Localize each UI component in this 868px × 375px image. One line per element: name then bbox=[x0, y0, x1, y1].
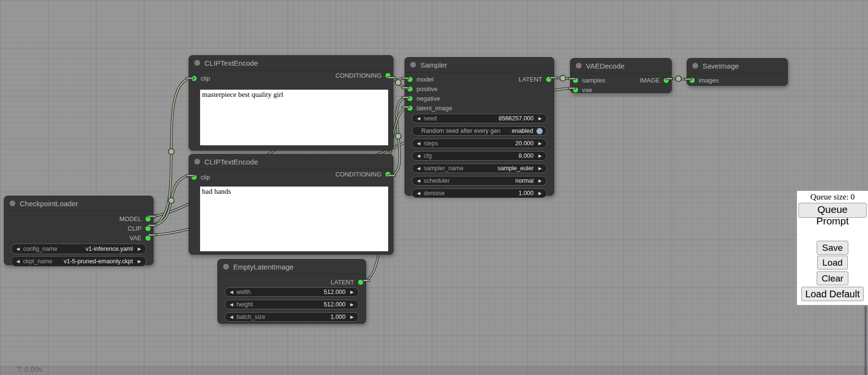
increment-arrow-icon[interactable]: ▶ bbox=[349, 300, 355, 309]
decrement-arrow-icon[interactable]: ◀ bbox=[416, 164, 422, 173]
widget-seed[interactable]: ◀ seed 8566257.000 ▶ bbox=[412, 114, 547, 123]
node-collapse-dot[interactable] bbox=[576, 63, 582, 69]
decrement-arrow-icon[interactable]: ◀ bbox=[416, 114, 422, 123]
node-titlebar[interactable]: CLIPTextEncode bbox=[189, 56, 393, 70]
output-slot-conditioning: CONDITIONING bbox=[271, 70, 393, 80]
decrement-arrow-icon[interactable]: ◀ bbox=[15, 257, 21, 266]
input-pin-clip[interactable] bbox=[191, 175, 197, 180]
node-graph-canvas[interactable]: CheckpointLoader MODEL CLIP VAE ◀ config… bbox=[0, 0, 868, 375]
decrement-arrow-icon[interactable]: ◀ bbox=[416, 189, 422, 198]
input-pin-clip[interactable] bbox=[191, 76, 197, 81]
output-pin-latent[interactable] bbox=[358, 280, 363, 285]
increment-arrow-icon[interactable]: ▶ bbox=[537, 189, 543, 198]
decrement-arrow-icon[interactable]: ◀ bbox=[416, 152, 422, 160]
negative-prompt-textarea[interactable]: bad hands bbox=[200, 187, 388, 251]
node-collapse-dot[interactable] bbox=[692, 63, 698, 69]
node-titlebar[interactable]: CLIPTextEncode bbox=[189, 154, 393, 169]
toggle-indicator-icon[interactable] bbox=[536, 128, 543, 134]
node-empty-latent-image[interactable]: EmptyLatentImage LATENT ◀ width 512.000 … bbox=[217, 259, 366, 324]
input-pin-model[interactable] bbox=[407, 77, 413, 82]
output-pin-model[interactable] bbox=[145, 216, 151, 222]
output-slot-latent: LATENT bbox=[464, 74, 554, 84]
output-pin-conditioning[interactable] bbox=[385, 73, 391, 78]
input-pin-negative[interactable] bbox=[407, 96, 413, 101]
queue-prompt-button[interactable]: Queue Prompt bbox=[798, 203, 867, 218]
scrollbar-edge[interactable] bbox=[865, 306, 867, 375]
slot-label: model bbox=[416, 76, 433, 83]
decrement-arrow-icon[interactable]: ◀ bbox=[228, 288, 235, 296]
slot-label: VAE bbox=[130, 234, 142, 242]
node-titlebar[interactable]: VAEDecode bbox=[571, 59, 671, 73]
increment-arrow-icon[interactable]: ▶ bbox=[349, 288, 355, 296]
input-slot-images: images bbox=[687, 75, 787, 85]
node-collapse-dot[interactable] bbox=[223, 264, 229, 270]
output-pin-clip[interactable] bbox=[145, 226, 151, 231]
increment-arrow-icon[interactable]: ▶ bbox=[537, 114, 543, 123]
widget-ckpt-name[interactable]: ◀ ckpt_name v1-5-pruned-emaonly.ckpt ▶ bbox=[11, 256, 146, 267]
node-collapse-dot[interactable] bbox=[10, 200, 15, 206]
node-collapse-dot[interactable] bbox=[194, 60, 200, 66]
node-sampler[interactable]: Sampler model positive negative latent_i… bbox=[404, 57, 554, 196]
node-title: VAEDecode bbox=[586, 62, 625, 70]
input-slot-negative: negative bbox=[405, 94, 554, 103]
node-titlebar[interactable]: Sampler bbox=[405, 58, 554, 72]
widget-label: width bbox=[237, 289, 250, 295]
widget-steps[interactable]: ◀ steps 20.000 ▶ bbox=[412, 139, 547, 148]
positive-prompt-textarea[interactable]: masterpiece best quality girl bbox=[200, 90, 388, 145]
increment-arrow-icon[interactable]: ▶ bbox=[136, 257, 143, 266]
widget-width[interactable]: ◀ width 512.000 ▶ bbox=[225, 287, 359, 297]
increment-arrow-icon[interactable]: ▶ bbox=[537, 164, 543, 173]
output-pin-latent[interactable] bbox=[546, 77, 551, 82]
widget-denoise[interactable]: ◀ denoise 1.000 ▶ bbox=[412, 188, 547, 198]
increment-arrow-icon[interactable]: ▶ bbox=[349, 313, 355, 321]
widget-value: 8566257.000 bbox=[499, 115, 534, 122]
load-button[interactable]: Load bbox=[817, 256, 848, 270]
decrement-arrow-icon[interactable]: ◀ bbox=[228, 300, 235, 309]
widget-scheduler[interactable]: ◀ scheduler normal ▶ bbox=[412, 176, 547, 186]
widget-label: config_name bbox=[23, 246, 58, 252]
output-slot-model: MODEL bbox=[4, 214, 153, 223]
node-save-image[interactable]: SaveImage images bbox=[687, 58, 788, 86]
node-vae-decode[interactable]: VAEDecode samples vae IMAGE bbox=[570, 58, 672, 93]
increment-arrow-icon[interactable]: ▶ bbox=[537, 152, 543, 160]
node-collapse-dot[interactable] bbox=[410, 62, 416, 68]
widget-label: steps bbox=[424, 140, 438, 147]
decrement-arrow-icon[interactable]: ◀ bbox=[416, 139, 422, 148]
node-checkpoint-loader[interactable]: CheckpointLoader MODEL CLIP VAE ◀ config… bbox=[4, 196, 154, 265]
increment-arrow-icon[interactable]: ▶ bbox=[537, 176, 543, 185]
widget-cfg[interactable]: ◀ cfg 8.000 ▶ bbox=[412, 151, 547, 161]
widget-value: sample_euler bbox=[498, 165, 534, 172]
node-titlebar[interactable]: SaveImage bbox=[687, 59, 787, 73]
input-pin-samples[interactable] bbox=[573, 78, 578, 83]
input-pin-positive[interactable] bbox=[407, 86, 413, 92]
decrement-arrow-icon[interactable]: ◀ bbox=[15, 245, 21, 253]
increment-arrow-icon[interactable]: ▶ bbox=[537, 139, 543, 148]
input-slot-vae: vae bbox=[571, 85, 671, 94]
widget-height[interactable]: ◀ height 512.000 ▶ bbox=[225, 300, 359, 309]
increment-arrow-icon[interactable]: ▶ bbox=[136, 245, 143, 253]
execution-timer-label: T: 0.00s bbox=[17, 365, 42, 373]
input-pin-vae[interactable] bbox=[573, 87, 578, 93]
widget-sampler-name[interactable]: ◀ sampler_name sample_euler ▶ bbox=[412, 164, 547, 173]
input-pin-images[interactable] bbox=[690, 78, 695, 83]
node-titlebar[interactable]: CheckpointLoader bbox=[4, 196, 153, 211]
load-default-button[interactable]: Load Default bbox=[801, 287, 863, 301]
decrement-arrow-icon[interactable]: ◀ bbox=[416, 176, 422, 185]
node-clip-text-encode-positive[interactable]: CLIPTextEncode clip CONDITIONING masterp… bbox=[189, 55, 393, 151]
output-pin-conditioning[interactable] bbox=[385, 172, 391, 177]
output-pin-vae[interactable] bbox=[145, 235, 151, 241]
save-button[interactable]: Save bbox=[817, 241, 848, 255]
widget-random-seed-toggle[interactable]: Random seed after every gen enabled bbox=[412, 126, 547, 136]
slot-label: samples bbox=[582, 77, 605, 84]
node-clip-text-encode-negative[interactable]: CLIPTextEncode clip CONDITIONING bad han… bbox=[189, 154, 393, 255]
decrement-arrow-icon[interactable]: ◀ bbox=[228, 313, 235, 321]
node-titlebar[interactable]: EmptyLatentImage bbox=[218, 259, 366, 274]
slot-label: MODEL bbox=[119, 215, 142, 223]
widget-config-name[interactable]: ◀ config_name v1-inference.yaml ▶ bbox=[11, 244, 146, 254]
output-slot-clip: CLIP bbox=[4, 223, 153, 233]
node-collapse-dot[interactable] bbox=[194, 159, 200, 164]
widget-batch-size[interactable]: ◀ batch_size 1.000 ▶ bbox=[225, 312, 359, 322]
input-pin-latent-image[interactable] bbox=[407, 105, 413, 111]
clear-button[interactable]: Clear bbox=[817, 271, 848, 285]
output-pin-image[interactable] bbox=[664, 78, 669, 83]
